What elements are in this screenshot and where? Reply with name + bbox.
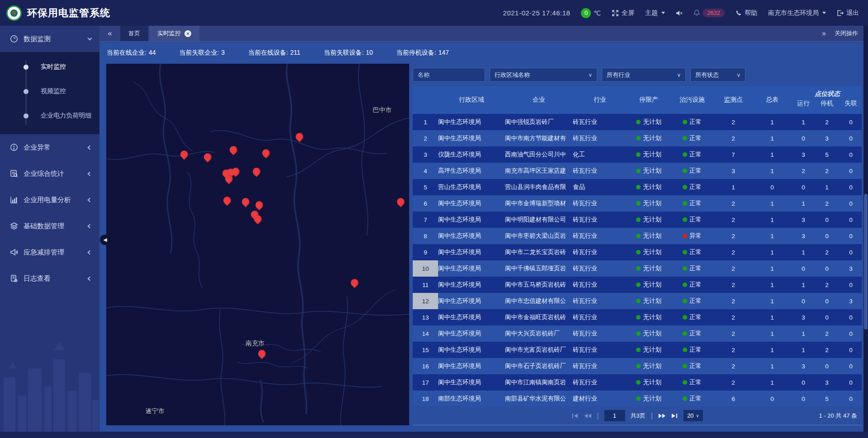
- table-row[interactable]: 15阆中生态环境局阆中市光富页岩机砖厂砖瓦行业无计划正常21120: [413, 342, 862, 358]
- table-row[interactable]: 7阆中生态环境局阆中明阳建材有限公司砖瓦行业无计划正常21300: [413, 212, 862, 228]
- logout-button[interactable]: 退出: [837, 9, 859, 17]
- table-row[interactable]: 8阆中生态环境局阆中市枣碧大梁山页岩砖瓦行业无计划异常21300: [413, 228, 862, 244]
- cell-limit-status: 无计划: [627, 114, 670, 130]
- pagination-range: 1 - 20 共 47 条: [819, 412, 862, 420]
- cell-company: 阆中千佛镇五郎垭页岩: [505, 260, 573, 277]
- cell-industry: 砖瓦行业: [573, 195, 627, 212]
- table-row[interactable]: 9阆中生态环境局阆中市二龙长宝页岩砖砖瓦行业无计划正常21120: [413, 244, 862, 260]
- status-filter-select[interactable]: 所有状态∨: [690, 68, 745, 82]
- cell-stop: 3: [815, 130, 839, 146]
- table-row[interactable]: 11阆中生态环境局阆中市五马桥页岩机砖砖瓦行业无计划正常21120: [413, 277, 862, 293]
- map-panel[interactable]: 巴中市南充市遂宁市: [106, 64, 409, 425]
- table-row[interactable]: 4高坪生态环境局南充市高坪区王家店建砖瓦行业无计划正常31220: [413, 163, 862, 179]
- org-dropdown[interactable]: 南充市生态环境局: [768, 9, 826, 17]
- tab-realtime-monitoring[interactable]: 实时监控 ×: [149, 26, 199, 41]
- cell-facility-status: 正常: [670, 374, 714, 391]
- sidebar-item-video-monitoring[interactable]: 视频监控: [0, 79, 99, 104]
- cell-meter: 0: [753, 391, 792, 406]
- table-row[interactable]: 6阆中生态环境局阆中市金博瑞新型墙材砖瓦行业无计划正常21120: [413, 195, 862, 212]
- tab-close-icon[interactable]: ×: [184, 30, 191, 37]
- cell-limit-status: 无计划: [627, 146, 670, 163]
- cell-points: 2: [714, 374, 753, 391]
- cell-meter: 1: [753, 114, 792, 130]
- cell-run: 0: [792, 179, 815, 195]
- next-page-icon[interactable]: [658, 413, 666, 419]
- fullscreen-button[interactable]: 全屏: [612, 9, 634, 17]
- cell-run: 0: [792, 391, 815, 406]
- row-index: 14: [413, 325, 438, 342]
- status-dot: [683, 201, 687, 206]
- cell-points: 2: [714, 277, 753, 293]
- tab-bar: « 首页 实时监控 × » 关闭操作: [99, 26, 868, 42]
- cell-points: 2: [714, 195, 753, 212]
- help-button[interactable]: 帮助: [736, 9, 757, 17]
- stats-bar: 当前在线企业:44 当前失联企业:3 当前在线设备:211 当前失联设备:10 …: [99, 42, 868, 64]
- notifications[interactable]: 2632: [693, 9, 725, 17]
- cell-meter: 1: [753, 260, 792, 277]
- col-index: [413, 86, 438, 114]
- row-index: 12: [413, 293, 438, 309]
- table-row[interactable]: 18南部生态环境局南部县矿华水泥有限公建材行业无计划正常60050: [413, 391, 862, 406]
- scrollbar-thumb[interactable]: [864, 194, 868, 330]
- cell-run: 0: [792, 130, 815, 146]
- page-number-input[interactable]: [604, 410, 625, 421]
- tab-scroll-right-icon[interactable]: »: [822, 29, 825, 38]
- table-row[interactable]: 1阆中生态环境局阆中强锐页岩砖厂砖瓦行业无计划正常21120: [413, 114, 862, 130]
- name-filter-input[interactable]: [413, 68, 485, 82]
- cell-stop: 3: [815, 374, 839, 391]
- tab-home[interactable]: 首页: [120, 26, 148, 41]
- prev-page-icon[interactable]: [584, 413, 591, 419]
- cell-stop: 1: [815, 179, 839, 195]
- cell-lost: 0: [839, 130, 862, 146]
- region-filter-select[interactable]: 行政区域名称∨: [490, 68, 597, 82]
- sidebar-item-power-load-detail[interactable]: 企业电力负荷明细: [0, 104, 99, 128]
- skyline-decoration: [0, 323, 99, 432]
- table-row[interactable]: 14阆中生态环境局阆中大兴页岩机砖厂砖瓦行业无计划正常21120: [413, 325, 862, 342]
- table-row[interactable]: 12阆中生态环境局阆中市忠信建材有限公砖瓦行业无计划正常21003: [413, 293, 862, 309]
- chevron-down-icon: [822, 12, 826, 14]
- status-dot: [636, 315, 641, 320]
- cell-meter: 1: [753, 374, 792, 391]
- last-page-icon[interactable]: [671, 413, 678, 419]
- sidebar-item-log-view[interactable]: 日志查看: [0, 265, 99, 292]
- col-company: 企业: [505, 86, 573, 114]
- sidebar-item-emergency-reduction[interactable]: 应急减排管理: [0, 239, 99, 265]
- tab-scroll-left-icon[interactable]: «: [99, 26, 120, 41]
- cell-lost: 0: [839, 342, 862, 358]
- close-operations-button[interactable]: 关闭操作: [835, 29, 858, 38]
- cell-run: 1: [792, 277, 815, 293]
- mute-button[interactable]: [676, 10, 683, 16]
- row-index: 8: [413, 228, 438, 244]
- first-page-icon[interactable]: [571, 413, 578, 419]
- cell-stop: 0: [815, 260, 839, 277]
- cell-lost: 3: [839, 293, 862, 309]
- cell-limit-status: 无计划: [627, 228, 670, 244]
- status-dot: [636, 185, 641, 189]
- page-size-select[interactable]: 20∨: [684, 410, 703, 421]
- sidebar-item-realtime-monitoring[interactable]: 实时监控: [0, 55, 99, 79]
- sidebar-collapse-button[interactable]: ◀: [100, 235, 110, 245]
- table-row[interactable]: 17阆中生态环境局阆中市江南镇阆南页岩砖瓦行业无计划正常21030: [413, 374, 862, 391]
- table-row[interactable]: 13阆中生态环境局阆中市金福旺页岩机砖砖瓦行业无计划正常21300: [413, 309, 862, 325]
- cell-meter: 1: [753, 309, 792, 325]
- phone-icon: [736, 10, 742, 16]
- cell-company: 阆中大兴页岩机砖厂: [505, 325, 573, 342]
- sidebar-item-data-monitoring[interactable]: 数据监测: [0, 26, 99, 52]
- industry-filter-select[interactable]: 所有行业∨: [602, 68, 686, 82]
- map-city-label: 南充市: [245, 339, 264, 348]
- table-row[interactable]: 3仪陇生态环境局西南油气田分公司川中化工无计划正常71350: [413, 146, 862, 163]
- sidebar-item-electricity-analysis[interactable]: 企业用电量分析: [0, 187, 99, 213]
- table-row[interactable]: 5营山生态环境局营山县润丰肉食品有限食品无计划正常10010: [413, 179, 862, 195]
- cell-run: 1: [792, 342, 815, 358]
- table-row[interactable]: 2阆中生态环境局阆中市南方节能建材有砖瓦行业无计划正常21030: [413, 130, 862, 146]
- theme-dropdown[interactable]: 主题: [645, 9, 665, 17]
- sidebar-item-enterprise-statistics[interactable]: 企业综合统计: [0, 160, 99, 187]
- table-row[interactable]: 10阆中生态环境局阆中千佛镇五郎垭页岩砖瓦行业无计划正常21003: [413, 260, 862, 277]
- sidebar-item-enterprise-abnormal[interactable]: 企业异常: [0, 134, 99, 160]
- sidebar-item-base-data[interactable]: 基础数据管理: [0, 213, 99, 239]
- window-scrollbar[interactable]: [863, 26, 868, 432]
- table-row[interactable]: 16阆中生态环境局阆中市石子页岩机砖厂砖瓦行业无计划正常21300: [413, 358, 862, 374]
- cell-company: 阆中市五马桥页岩机砖: [505, 277, 573, 293]
- cell-points: 2: [714, 228, 753, 244]
- cell-region: 阆中生态环境局: [438, 277, 505, 293]
